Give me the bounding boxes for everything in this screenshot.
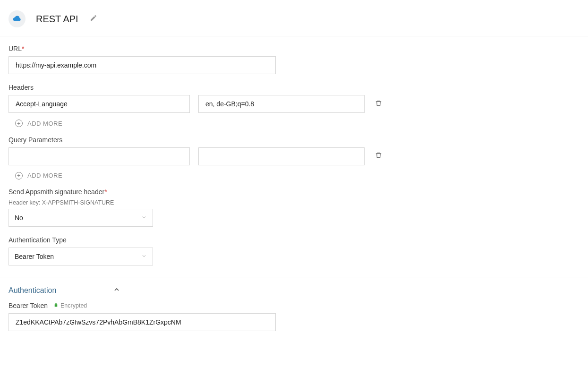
plus-icon: + [15, 120, 23, 127]
auth-type-select[interactable]: Bearer Token [9, 248, 153, 265]
delete-query-button[interactable] [373, 150, 384, 163]
query-key-input[interactable] [9, 147, 190, 165]
query-params-label: Query Parameters [9, 136, 579, 144]
add-header-button[interactable]: + ADD MORE [15, 120, 62, 127]
add-query-button[interactable]: + ADD MORE [15, 172, 62, 180]
header: REST API [0, 0, 588, 36]
bearer-token-input[interactable] [9, 313, 276, 331]
auth-type-select-value: Bearer Token [15, 253, 54, 260]
add-header-label: ADD MORE [27, 120, 62, 127]
url-label-text: URL [9, 45, 22, 52]
plus-icon: + [15, 172, 23, 180]
signature-select-value: No [15, 214, 23, 222]
add-query-label: ADD MORE [27, 172, 62, 179]
required-asterisk: * [22, 45, 24, 52]
signature-select[interactable]: No [9, 209, 153, 227]
required-asterisk: * [104, 188, 107, 196]
url-input[interactable] [9, 56, 276, 74]
lock-icon [53, 302, 59, 309]
auth-type-label: Authentication Type [9, 236, 579, 244]
delete-header-button[interactable] [373, 98, 384, 111]
url-label: URL* [9, 45, 579, 52]
signature-label-text: Send Appsmith signature header [9, 188, 104, 196]
cloud-icon [9, 10, 26, 27]
chevron-down-icon [141, 253, 147, 260]
chevron-down-icon [141, 214, 147, 222]
signature-label: Send Appsmith signature header* [9, 188, 579, 196]
encrypted-badge: Encrypted [53, 302, 87, 309]
signature-sublabel: Header key: X-APPSMITH-SIGNATURE [9, 199, 579, 206]
header-key-input[interactable] [9, 95, 190, 113]
token-label: Bearer Token [9, 302, 48, 309]
edit-title-button[interactable] [90, 14, 97, 24]
headers-label: Headers [9, 84, 579, 91]
collapse-auth-button[interactable] [113, 286, 120, 295]
query-value-input[interactable] [198, 147, 365, 165]
encrypted-text: Encrypted [60, 302, 87, 309]
auth-section-title: Authentication [9, 286, 56, 295]
page-title: REST API [36, 14, 78, 25]
header-value-input[interactable] [198, 95, 365, 113]
